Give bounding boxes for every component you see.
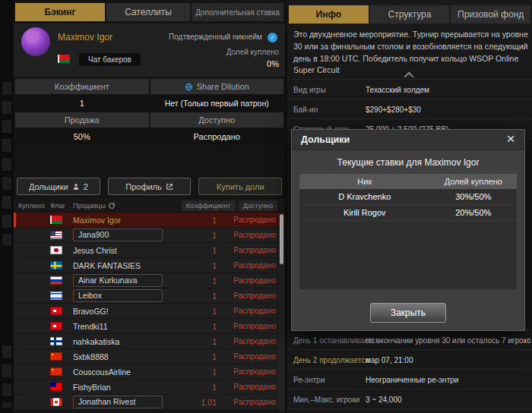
tab-satellites[interactable]: Сателлиты xyxy=(106,3,190,21)
china-flag-icon xyxy=(50,367,62,376)
taiwan-flag-icon xyxy=(50,383,62,391)
action-buttons: Дольщики 2 Профиль Купить доли xyxy=(17,178,282,195)
availability-cell: Распродано xyxy=(227,261,285,270)
buy-shares-button[interactable]: Купить доли xyxy=(198,178,282,195)
avatar[interactable] xyxy=(21,27,50,56)
seller-row[interactable]: Maximov Igor1Распродано xyxy=(14,213,285,228)
coefficient-stat-value: 1 xyxy=(15,95,149,112)
header-available[interactable]: Доступно xyxy=(239,200,277,211)
stakes-table-header: Ник Долей куплено xyxy=(299,174,517,189)
stake-row: D Kravchenko30%/50% xyxy=(299,189,517,205)
shareholders-count: 2 xyxy=(84,182,88,191)
refresh-icon[interactable] xyxy=(108,202,116,210)
seller-row[interactable]: Ainar Kurkunava1Распродано xyxy=(14,273,285,288)
coefficient-cell: 1 xyxy=(189,292,227,301)
seller-name: Jesus Christ xyxy=(73,246,189,255)
japan-flag-icon xyxy=(50,246,62,254)
coefficient-cell: 1 xyxy=(189,216,227,225)
close-button[interactable]: Закрыть xyxy=(370,303,446,323)
header-sellers: Продавцы xyxy=(73,202,106,210)
info-value: по окончании уровня 30 или осталось 7 иг… xyxy=(366,336,530,345)
canada-flag-icon xyxy=(50,398,62,406)
coefficient-cell: 1.01 xyxy=(189,398,227,407)
person-icon xyxy=(72,183,80,191)
seller-row[interactable]: FishyBrian1Распродано xyxy=(14,380,285,395)
coefficient-cell: 1 xyxy=(189,352,227,361)
israel-flag-icon xyxy=(50,292,62,300)
availability-cell: Распродано xyxy=(227,307,285,315)
seller-name: Jana900 xyxy=(73,229,189,241)
seller-row[interactable]: nahkakatiska1Распродано xyxy=(14,334,285,349)
seller-name: Maximov Igor xyxy=(73,216,189,225)
belarus-flag-icon xyxy=(58,55,70,63)
info-rows-bottom: День 1 останавливаетсяпо окончании уровн… xyxy=(287,329,532,413)
info-row: Road to VegasБилеты Road to Vegas будут … xyxy=(287,409,532,413)
tab-info[interactable]: Инфо xyxy=(289,5,369,24)
flag-cell xyxy=(50,216,73,224)
external-link-icon xyxy=(166,183,173,191)
info-value: Техасский холдем xyxy=(366,86,530,94)
flag-cell xyxy=(50,276,73,285)
tab-backing[interactable]: Бэкинг xyxy=(15,3,105,21)
backing-panel: Бэкинг Сателлиты Дополнительная ставка M… xyxy=(14,0,285,413)
shares-bought-value: 0% xyxy=(267,59,279,68)
coefficient-cell: 1 xyxy=(189,322,227,331)
info-label: День 2 продолжается xyxy=(293,356,369,364)
flag-cell xyxy=(50,322,73,330)
shareholders-modal: Дольщики × Текущие ставки для Maximov Ig… xyxy=(291,129,525,331)
verified-nickname: Подтвержденный никнейм xyxy=(169,33,262,41)
coefficient-cell: 1 xyxy=(189,337,227,346)
shareholders-button-label: Дольщики xyxy=(29,182,68,191)
header-coefficient[interactable]: Коэффициент xyxy=(182,200,236,211)
info-row: День 2 продолжаетсямар 07, 21:00 xyxy=(287,350,532,370)
russia-flag-icon xyxy=(50,276,62,285)
tab-additional-bet[interactable]: Дополнительная ставка xyxy=(192,3,283,21)
coefficient-cell: 1 xyxy=(189,231,227,240)
seller-row[interactable]: Trendki111Распродано xyxy=(14,319,285,334)
share-dilution-value: Нет (Только первый патрон) xyxy=(150,95,284,112)
background-window-edge xyxy=(0,0,14,413)
tab-structure[interactable]: Структура xyxy=(370,5,450,24)
seller-name: Ainar Kurkunava xyxy=(73,274,189,287)
seller-row[interactable]: Jesus Christ1Распродано xyxy=(14,243,285,258)
flag-cell xyxy=(50,398,73,406)
seller-row[interactable]: DARK FANTASIES1Распродано xyxy=(14,258,285,273)
shares-bought-label: Долей куплено xyxy=(226,48,279,56)
seller-row[interactable]: BravoGG!1Распродано xyxy=(14,304,285,319)
seller-name: Trendki11 xyxy=(73,322,189,331)
right-tab-bar: Инфо Структура Призовой фонд xyxy=(289,5,530,24)
seller-name: Leibox xyxy=(73,289,189,302)
backers-chat-button[interactable]: Чат бакеров xyxy=(79,53,141,66)
player-profile: Maximov Igor Подтвержденный никнейм ✓ Ча… xyxy=(14,24,285,77)
modal-header: Дольщики × xyxy=(292,130,524,150)
finland-flag-icon xyxy=(50,337,62,345)
stakes-table: Ник Долей куплено D Kravchenko30%/50%Kir… xyxy=(299,174,517,289)
belarus-flag-icon xyxy=(50,216,62,224)
stake-shares: 30%/50% xyxy=(430,192,517,201)
seller-row[interactable]: Jana9001Распродано xyxy=(14,228,285,243)
shareholders-button[interactable]: Дольщики 2 xyxy=(17,178,100,195)
availability-cell: Распродано xyxy=(227,367,285,376)
flag-cell xyxy=(50,352,73,361)
availability-cell: Распродано xyxy=(227,352,285,361)
availability-cell: Распродано xyxy=(227,337,285,345)
close-icon[interactable]: × xyxy=(503,131,518,147)
seller-row[interactable]: Jonathan Rivest1.01Распродано xyxy=(14,395,285,410)
turkey-flag-icon xyxy=(50,322,62,330)
seller-name: FishyBrian xyxy=(73,383,189,392)
info-label: Ре-энтри xyxy=(293,376,325,384)
scrollbar-thumb[interactable] xyxy=(280,214,283,264)
seller-rows: Maximov Igor1РаспроданоJana9001Распродан… xyxy=(14,213,285,413)
header-flag: Флаг xyxy=(50,202,73,210)
tab-prize-pool[interactable]: Призовой фонд xyxy=(451,5,530,24)
seller-row[interactable]: Sxbk88881Распродано xyxy=(14,349,285,364)
globe-icon xyxy=(185,83,193,91)
usa-flag-icon xyxy=(50,231,62,239)
availability-cell: Распродано xyxy=(227,322,285,330)
seller-row[interactable]: CouscousAirline1Распродано xyxy=(14,364,285,380)
seller-row[interactable]: Leibox1Распродано xyxy=(14,288,285,304)
info-value: мар 07, 21:00 xyxy=(366,356,530,364)
info-label: Бай-ин xyxy=(293,106,318,114)
profile-button[interactable]: Профиль xyxy=(108,178,192,195)
sellers-scrollbar[interactable] xyxy=(279,213,284,411)
